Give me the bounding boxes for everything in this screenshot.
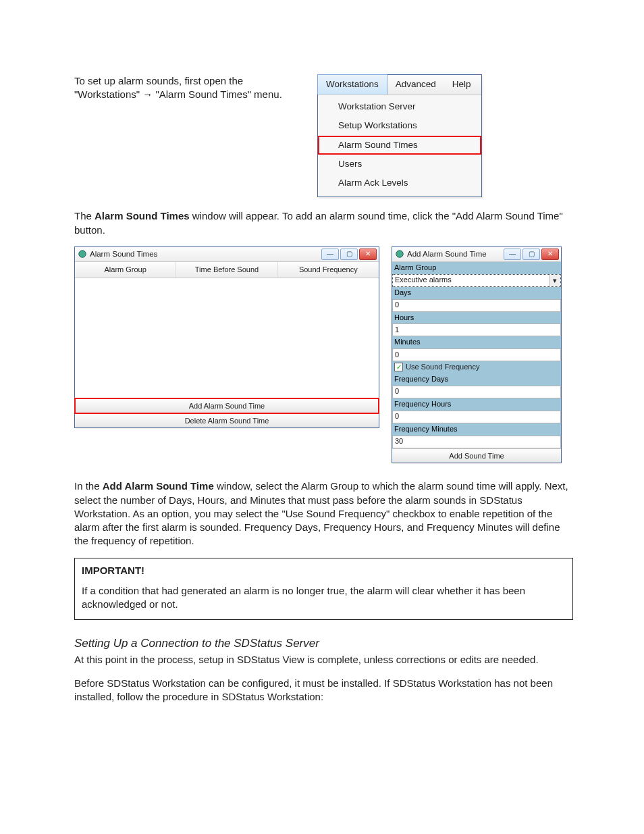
hours-value: 1 — [395, 325, 399, 335]
section-heading-connection: Setting Up a Connection to the SDStatus … — [74, 636, 573, 652]
p3-a: In the — [74, 480, 103, 492]
close-icon[interactable]: ✕ — [359, 249, 377, 260]
col-time-before-sound[interactable]: Time Before Sound — [176, 262, 277, 278]
alarm-group-label: Alarm Group — [392, 262, 561, 274]
add-sound-time-button[interactable]: Add Sound Time — [392, 448, 561, 463]
freq-minutes-value: 30 — [395, 436, 403, 446]
paragraph-5: Before SDStatus Workstation can be confi… — [74, 677, 573, 704]
hours-input[interactable]: 1 — [392, 323, 561, 336]
menu-item-setup-workstations[interactable]: Setup Workstations — [318, 116, 481, 135]
freq-days-label: Frequency Days — [392, 373, 561, 386]
svg-point-0 — [79, 251, 86, 258]
intro-paragraph: To set up alarm sounds, first open the "… — [74, 74, 304, 102]
workstations-menu: Workstations Advanced Help Workstation S… — [317, 74, 482, 197]
add-alarm-sound-time-window: Add Alarm Sound Time — ▢ ✕ Alarm Group E… — [392, 246, 562, 464]
p3-bold: Add Alarm Sound Time — [103, 480, 214, 492]
use-sound-frequency-checkbox[interactable]: ✓ Use Sound Frequency — [392, 361, 561, 373]
freq-days-value: 0 — [395, 386, 399, 396]
intro-text-b: "Alarm Sound Times" menu. — [153, 88, 282, 100]
days-label: Days — [392, 287, 561, 299]
menu-tab-advanced[interactable]: Advanced — [387, 75, 444, 95]
menu-item-workstation-server[interactable]: Workstation Server — [318, 97, 481, 116]
maximize-icon[interactable]: ▢ — [522, 249, 540, 260]
menu-tab-workstations[interactable]: Workstations — [317, 74, 387, 95]
minimize-icon[interactable]: — — [504, 249, 521, 260]
ast-empty-list — [75, 278, 379, 398]
menu-item-users[interactable]: Users — [318, 155, 481, 174]
important-callout: IMPORTANT! If a condition that had gener… — [74, 558, 573, 621]
important-heading: IMPORTANT! — [82, 564, 566, 577]
freq-hours-label: Frequency Hours — [392, 398, 561, 411]
ast-titlebar: Alarm Sound Times — ▢ ✕ — [75, 247, 379, 262]
freq-minutes-input[interactable]: 30 — [392, 436, 561, 448]
minutes-label: Minutes — [392, 336, 561, 348]
menu-item-alarm-sound-times[interactable]: Alarm Sound Times — [318, 136, 481, 155]
checkbox-icon: ✓ — [394, 363, 403, 371]
close-icon[interactable]: ✕ — [541, 249, 559, 260]
hours-label: Hours — [392, 312, 561, 324]
freq-hours-value: 0 — [395, 411, 399, 421]
paragraph-2: The Alarm Sound Times window will appear… — [74, 209, 573, 237]
use-sound-frequency-label: Use Sound Frequency — [406, 362, 479, 372]
menu-item-alarm-ack-levels[interactable]: Alarm Ack Levels — [318, 174, 481, 192]
svg-point-1 — [396, 251, 404, 258]
menu-bar: Workstations Advanced Help — [318, 75, 481, 95]
chevron-down-icon[interactable]: ▾ — [549, 275, 560, 286]
paragraph-3: In the Add Alarm Sound Time window, sele… — [74, 479, 573, 548]
important-body: If a condition that had generated an ala… — [82, 584, 566, 612]
add-title: Add Alarm Sound Time — [407, 249, 501, 260]
days-value: 0 — [395, 300, 399, 310]
minutes-value: 0 — [395, 350, 399, 360]
freq-days-input[interactable]: 0 — [392, 386, 561, 398]
alarm-group-value: Executive alarms — [395, 275, 452, 285]
paragraph-4: At this point in the process, setup in S… — [74, 653, 573, 667]
menu-dropdown: Workstation Server Setup Workstations Al… — [318, 95, 481, 197]
p2-bold: Alarm Sound Times — [95, 210, 190, 221]
delete-alarm-sound-time-button[interactable]: Delete Alarm Sound Time — [75, 413, 379, 428]
arrow-icon: → — [142, 88, 153, 100]
maximize-icon[interactable]: ▢ — [340, 249, 358, 260]
add-alarm-sound-time-button[interactable]: Add Alarm Sound Time — [75, 398, 379, 413]
minimize-icon[interactable]: — — [321, 249, 339, 260]
alarm-sound-times-window: Alarm Sound Times — ▢ ✕ Alarm Group Time… — [74, 246, 379, 429]
col-alarm-group[interactable]: Alarm Group — [75, 262, 176, 278]
freq-minutes-label: Frequency Minutes — [392, 423, 561, 436]
freq-hours-input[interactable]: 0 — [392, 411, 561, 423]
menu-tab-help[interactable]: Help — [444, 75, 479, 95]
p2-a: The — [74, 210, 95, 221]
ast-column-headers: Alarm Group Time Before Sound Sound Freq… — [75, 262, 379, 278]
ast-title: Alarm Sound Times — [90, 249, 319, 260]
col-sound-frequency[interactable]: Sound Frequency — [278, 262, 379, 278]
days-input[interactable]: 0 — [392, 299, 561, 312]
app-icon — [395, 249, 404, 259]
add-titlebar: Add Alarm Sound Time — ▢ ✕ — [392, 247, 561, 262]
minutes-input[interactable]: 0 — [392, 348, 561, 361]
alarm-group-select[interactable]: Executive alarms ▾ — [392, 274, 561, 287]
app-icon — [78, 249, 87, 259]
